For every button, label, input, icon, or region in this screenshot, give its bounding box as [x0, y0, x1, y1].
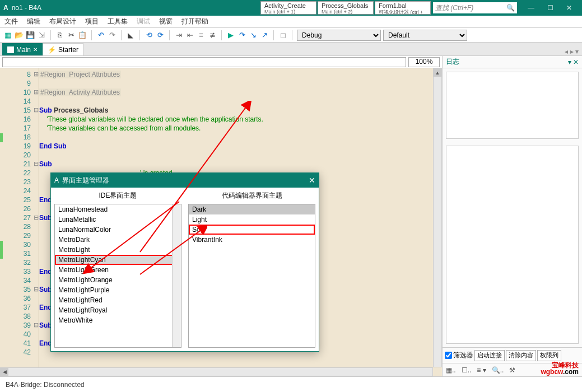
outdent-icon[interactable]: ⇤	[185, 31, 194, 40]
close-icon[interactable]: ✕	[309, 176, 315, 185]
menu-windows[interactable]: 视窗	[159, 17, 173, 26]
build-config[interactable]: Debug	[297, 30, 381, 41]
log-panel: 日志▾ ✕ 筛选器 启动连接 清除内容 权限列 ▦.. ☐.. ≡ ▾ 🔍.. …	[442, 56, 582, 376]
stop-icon[interactable]: ◻	[278, 31, 287, 40]
target-device[interactable]: Default	[383, 30, 467, 41]
search-icon: 🔍	[506, 4, 515, 12]
list-item[interactable]: Soft	[189, 225, 315, 235]
step-over-icon[interactable]: ↷	[238, 31, 246, 40]
undo-icon[interactable]: ↶	[96, 31, 105, 40]
member-combo[interactable]	[2, 57, 406, 67]
list-item[interactable]: VibrantInk	[189, 235, 315, 245]
list-item[interactable]: MetroLightRed	[55, 295, 181, 305]
menu-designer[interactable]: 布局设计	[49, 17, 76, 26]
uncomment-icon[interactable]: ≢	[208, 31, 217, 40]
list-item[interactable]: LunaMetallic	[55, 214, 181, 225]
window-title: no1 - B4A	[12, 4, 41, 12]
v-scrollbar[interactable]	[172, 204, 181, 347]
menu-debug[interactable]: 调试	[137, 17, 150, 26]
save-icon[interactable]: 💾	[26, 31, 35, 40]
perm-button[interactable]: 权限列	[537, 350, 561, 361]
app-logo: A	[3, 4, 8, 12]
menu-tools[interactable]: 工具集	[108, 17, 128, 26]
list-icon[interactable]: ≡ ▾	[477, 366, 486, 374]
close-button[interactable]: ✕	[560, 0, 579, 16]
step-out-icon[interactable]: ↗	[260, 31, 269, 40]
nav-bar: 100%	[0, 56, 442, 68]
list-item[interactable]: MetroWhite	[55, 315, 181, 325]
list-item[interactable]: LunaNormalColor	[55, 225, 181, 235]
v-scrollbar[interactable]: ▲	[433, 68, 442, 367]
clear-button[interactable]: 清除内容	[506, 350, 536, 361]
list-item[interactable]: MetroDark	[55, 235, 181, 245]
filter-checkbox[interactable]: 筛选器	[445, 351, 473, 360]
open-icon[interactable]: 📂	[15, 31, 24, 40]
search-icon[interactable]: 🔍..	[492, 366, 504, 374]
paste-icon[interactable]: 📋	[78, 31, 87, 40]
list-item[interactable]: MetroLightPurple	[55, 285, 181, 295]
app-logo: A	[54, 176, 59, 184]
code-theme-label: 代码编辑器界面主题	[188, 191, 315, 200]
dialog-titlebar[interactable]: A 界面主题管理器 ✕	[51, 173, 319, 188]
redo-icon[interactable]: ↷	[108, 31, 117, 40]
bridge-status: B4A-Bridge: Disconnected	[6, 381, 85, 389]
menu-file[interactable]: 文件	[4, 17, 18, 26]
h-scrollbar[interactable]: ◀	[0, 367, 433, 376]
log-controls: 筛选器 启动连接 清除内容 权限列	[443, 347, 582, 363]
minimize-button[interactable]: —	[522, 0, 541, 16]
tab-main[interactable]: Main✕	[2, 43, 43, 55]
comment-icon[interactable]: ≡	[197, 31, 206, 40]
quicknav-tab[interactable]: Activity_CreateMain (ctrl + 1)	[260, 1, 316, 15]
pin-icon[interactable]: ▾ ✕	[568, 58, 579, 66]
watermark: 宝峰科技 wgbcw.com	[541, 362, 579, 375]
bookmark-icon[interactable]: ◣	[126, 31, 135, 40]
log-title: 日志▾ ✕	[443, 56, 582, 68]
log-box-2	[446, 146, 579, 344]
run-icon[interactable]: ▶	[226, 31, 235, 40]
ide-theme-list[interactable]: LunaHomestead LunaMetallic LunaNormalCol…	[54, 204, 181, 348]
tool-icon[interactable]: ⚒	[509, 366, 515, 374]
tab-scroll[interactable]: ◂ ▸ ▾	[561, 48, 582, 55]
new-icon[interactable]: ▦	[3, 31, 12, 40]
list-item[interactable]: MetroLightGreen	[55, 265, 181, 275]
dialog-title: 界面主题管理器	[62, 176, 109, 185]
toolbar: ▦ 📂 💾 ⇲ ⎘ ✂ 📋 ↶ ↷ ◣ ⟲ ⟳ ⇥ ⇤ ≡ ≢ ▶ ↷ ↘ ↗ …	[0, 28, 582, 43]
status-bar: B4A-Bridge: Disconnected	[0, 376, 582, 392]
list-item[interactable]: MetroLightCyan	[55, 255, 181, 265]
list-item[interactable]: Light	[189, 214, 315, 225]
connect-button[interactable]: 启动连接	[474, 350, 505, 361]
list-item[interactable]: LunaHomestead	[55, 204, 181, 214]
menu-project[interactable]: 项目	[85, 17, 99, 26]
maximize-button[interactable]: ☐	[541, 0, 560, 16]
grid-icon[interactable]: ▦..	[446, 366, 456, 374]
menu-bar: 文件 编辑 布局设计 项目 工具集 调试 视窗 打开帮助	[0, 16, 582, 28]
code-theme-list[interactable]: Dark Light Soft VibrantInk	[188, 204, 315, 348]
list-item[interactable]: Dark	[189, 204, 315, 214]
bolt-icon: ⚡	[48, 46, 56, 54]
list-item[interactable]: MetroLightOrange	[55, 275, 181, 285]
close-icon[interactable]: ✕	[33, 46, 38, 53]
step-into-icon[interactable]: ↘	[249, 31, 258, 40]
menu-edit[interactable]: 编辑	[27, 17, 40, 26]
tab-starter[interactable]: ⚡Starter	[43, 43, 83, 55]
file-tabs: Main✕ ⚡Starter ◂ ▸ ▾	[0, 43, 582, 56]
quicknav-tab[interactable]: Process_GlobalsMain (ctrl + 2)	[318, 1, 374, 15]
export-icon[interactable]: ⇲	[37, 31, 46, 40]
indent-icon[interactable]: ⇥	[174, 31, 183, 40]
fwd-icon[interactable]: ⟳	[156, 31, 165, 40]
list-item[interactable]: MetroLightRoyal	[55, 305, 181, 315]
log-box-1	[446, 72, 579, 139]
quicknav-tab[interactable]: Form1.bal可视化设计器 (ctrl +	[375, 1, 431, 15]
back-icon[interactable]: ⟲	[145, 31, 153, 40]
menu-help[interactable]: 打开帮助	[181, 17, 208, 26]
zoom-combo[interactable]: 100%	[408, 57, 440, 67]
list-item[interactable]: MetroLight	[55, 245, 181, 255]
search-box[interactable]: 查找 (Ctrl+F)🔍	[433, 2, 517, 13]
theme-dialog: A 界面主题管理器 ✕ IDE界面主题 LunaHomestead LunaMe…	[50, 172, 319, 352]
title-bar: A no1 - B4A Activity_CreateMain (ctrl + …	[0, 0, 582, 16]
ide-theme-label: IDE界面主题	[54, 191, 181, 200]
box-icon[interactable]: ☐..	[462, 366, 472, 374]
quick-nav-tabs: Activity_CreateMain (ctrl + 1) Process_G…	[260, 1, 431, 15]
copy-icon[interactable]: ⎘	[55, 31, 64, 40]
cut-icon[interactable]: ✂	[67, 31, 76, 40]
